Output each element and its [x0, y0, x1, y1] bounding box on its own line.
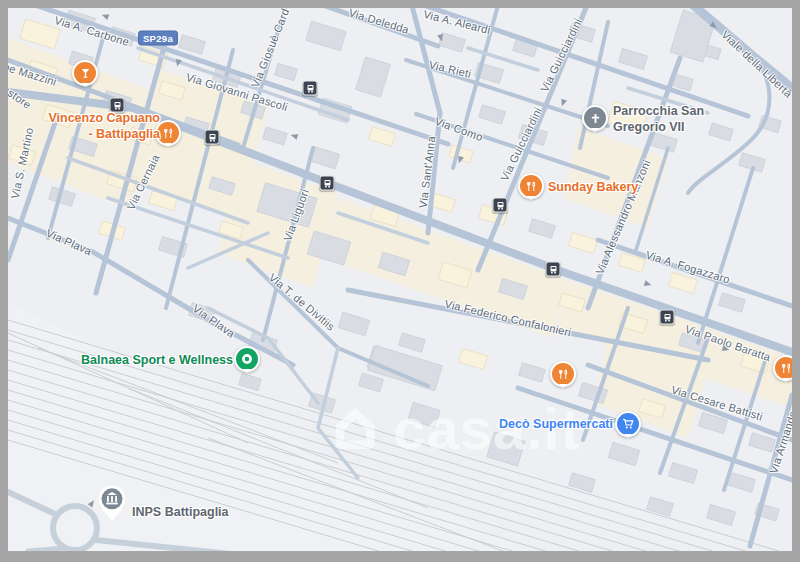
bus-stop-icon[interactable]: [493, 198, 508, 213]
bus-stop-icon[interactable]: [320, 176, 335, 191]
map-canvas[interactable]: casa.it SP29a Via A. Carbone pe Mazzini …: [8, 8, 792, 551]
poi-label-inps-battipaglia[interactable]: INPS Battipaglia: [132, 504, 229, 520]
restaurant-icon[interactable]: [550, 361, 576, 387]
restaurant-icon[interactable]: [773, 355, 792, 381]
wellness-ring-icon[interactable]: [234, 346, 260, 372]
map-screenshot: { "watermark": { "text": "casa.it" }, "r…: [0, 0, 800, 562]
bus-stop-icon[interactable]: [660, 310, 675, 325]
shopping-cart-icon[interactable]: [615, 411, 641, 437]
route-shield-sp29a: SP29a: [138, 31, 178, 46]
poi-label-parrocchia-san-gregorio[interactable]: Parrocchia San Gregorio VII: [613, 103, 704, 135]
church-icon[interactable]: [582, 105, 608, 131]
bank-pin-icon[interactable]: [97, 485, 127, 527]
cocktail-bar-icon[interactable]: [72, 60, 98, 86]
poi-label-vincenzo-capuano[interactable]: Vincenzo Capuano - Battipaglia: [48, 110, 160, 142]
map-base-layer: [8, 8, 792, 551]
bus-stop-icon[interactable]: [546, 262, 561, 277]
poi-label-sunday-bakery[interactable]: Sunday Bakery: [548, 179, 638, 195]
poi-label-deco-supermercati[interactable]: Decò Supermercati: [499, 416, 613, 432]
restaurant-icon[interactable]: [518, 173, 544, 199]
poi-label-balnaea[interactable]: Balnaea Sport e Wellness: [81, 352, 233, 368]
bus-stop-icon[interactable]: [205, 130, 220, 145]
bus-stop-icon[interactable]: [303, 81, 318, 96]
